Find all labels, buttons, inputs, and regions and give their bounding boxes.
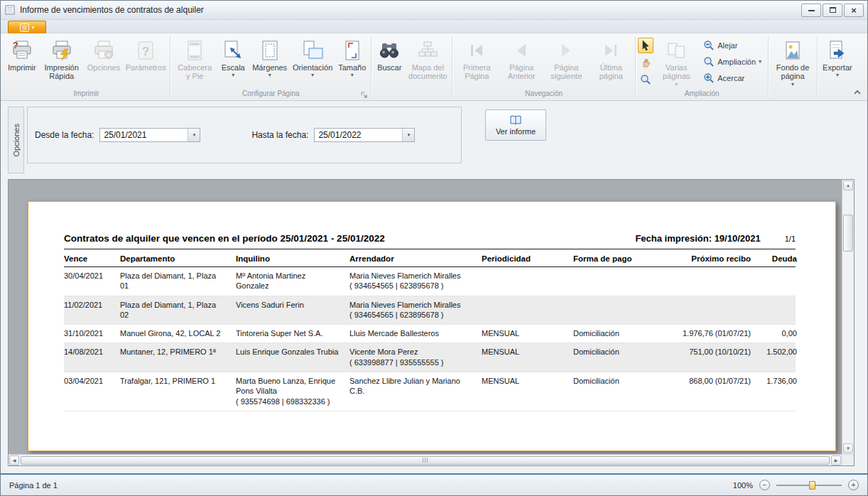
scale-icon: [222, 39, 244, 62]
chevron-down-icon: ▾: [791, 82, 794, 87]
ribbon-group-fondo: Fondo de página ▾: [769, 35, 816, 100]
cell-proximo-recibo: 751,00 (10/10/21): [666, 347, 751, 367]
hand-tool-button[interactable]: [638, 55, 653, 70]
scroll-up-button[interactable]: ▲: [843, 180, 853, 190]
ribbon-group-documento: Buscar Mapa del documento: [372, 35, 451, 100]
cell-arrendador: Sanchez Llibre Julian y Mariano C.B.: [349, 376, 482, 406]
quick-print-icon: [50, 39, 73, 62]
report-page-indicator: 1/1: [785, 234, 796, 243]
horizontal-scroll-thumb[interactable]: [21, 456, 830, 465]
to-date-combo[interactable]: 25/01/2022 ▾: [314, 128, 415, 142]
cell-proximo-recibo: [666, 300, 751, 320]
search-button[interactable]: Buscar: [374, 36, 405, 73]
orientation-button[interactable]: Orientación ▾: [291, 36, 335, 80]
ribbon-group-navegacion: Primera Página Página Anterior Página si…: [453, 35, 634, 100]
maximize-button[interactable]: [823, 4, 842, 17]
cell-vence: 31/10/2021: [64, 328, 120, 338]
vertical-scroll-thumb[interactable]: [843, 215, 853, 252]
cell-proximo-recibo: 1.976,76 (01/07/21): [666, 328, 751, 338]
zoom-out-status-button[interactable]: −: [759, 480, 770, 490]
cell-forma-pago: Domiciliación: [573, 347, 666, 367]
group-caption-fondo: [769, 90, 816, 100]
page-background-icon: [781, 39, 804, 62]
ribbon-group-imprimir: ? Imprimir Impresión Rápida Opciones ? P…: [4, 35, 169, 100]
cell-periodicidad: MENSUAL: [482, 376, 573, 406]
print-options-label: Opciones: [87, 63, 120, 72]
header-footer-icon: [183, 39, 206, 62]
group-caption-navegacion: Navegación: [453, 90, 634, 100]
cell-vence: 30/04/2021: [64, 271, 120, 291]
ribbon-tab-row: ▾: [1, 20, 867, 33]
to-date-label: Hasta la fecha:: [251, 130, 308, 140]
export-button[interactable]: Exportar ▾: [820, 36, 855, 80]
scroll-down-button[interactable]: ▼: [843, 443, 853, 453]
print-icon: ?: [11, 39, 33, 62]
svg-text:?: ?: [13, 40, 18, 50]
chevron-up-icon: [852, 87, 862, 97]
scroll-left-button[interactable]: ◀: [9, 455, 19, 465]
zoom-slider-thumb[interactable]: [809, 481, 815, 490]
options-tab[interactable]: Opciones: [8, 107, 24, 173]
last-page-label: Última página: [592, 63, 630, 81]
page-background-button[interactable]: Fondo de página ▾: [771, 36, 815, 89]
zoom-in-button[interactable]: Acercar: [699, 70, 766, 85]
report-page: Contratos de alquiler que vencen en el p…: [28, 201, 836, 451]
group-separator: [817, 37, 818, 98]
col-header-proximo-recibo: Próximo recibo: [666, 254, 751, 263]
parameters-icon: ?: [134, 39, 157, 62]
scale-button[interactable]: Escala ▾: [217, 36, 249, 80]
magnifier-tool-button[interactable]: [638, 72, 653, 87]
pointer-icon: [640, 40, 651, 51]
minimize-button[interactable]: [801, 4, 821, 17]
close-button[interactable]: ×: [844, 4, 864, 17]
from-date-combo[interactable]: 25/01/2021 ▾: [99, 128, 200, 142]
margins-button[interactable]: Márgenes ▾: [249, 36, 290, 80]
first-page-button: Primera Página: [455, 36, 499, 82]
pointer-tool-button[interactable]: [638, 38, 653, 53]
zoom-buttons-column: Alejar Ampliación ▾ Acercar: [699, 36, 766, 85]
hand-icon: [640, 57, 651, 68]
chevron-down-icon[interactable]: ▾: [188, 129, 200, 141]
margins-icon: [259, 39, 281, 62]
horizontal-scrollbar[interactable]: ◀ ▶: [9, 454, 842, 465]
print-label: Imprimir: [8, 63, 36, 72]
application-menu-button[interactable]: ▾: [8, 21, 46, 33]
collapse-ribbon-button[interactable]: [851, 87, 863, 97]
print-button[interactable]: ? Imprimir: [5, 36, 39, 73]
scrollbar-corner: [842, 454, 854, 465]
options-tab-label: Opciones: [12, 124, 21, 156]
title-bar: Informe de vencimientos de contratos de …: [1, 1, 867, 20]
group-separator: [635, 37, 636, 98]
zoom-in-status-button[interactable]: +: [848, 480, 859, 490]
scroll-right-button[interactable]: ▶: [831, 455, 841, 465]
minimize-icon: [808, 6, 815, 11]
app-window: Informe de vencimientos de contratos de …: [0, 0, 868, 496]
cell-periodicidad: [482, 300, 573, 320]
multiple-pages-button: Varias páginas ▾: [654, 36, 698, 89]
ribbon: ? Imprimir Impresión Rápida Opciones ? P…: [1, 33, 867, 101]
zoom-dropdown-button[interactable]: Ampliación ▾: [699, 54, 766, 69]
cell-periodicidad: MENSUAL: [482, 347, 573, 367]
cell-arrendador: Lluis Mercade Ballesteros: [349, 328, 482, 338]
chevron-down-icon[interactable]: ▾: [402, 129, 414, 141]
zoom-slider[interactable]: [776, 480, 842, 490]
view-report-button[interactable]: Ver informe: [485, 109, 546, 141]
col-header-periodicidad: Periodicidad: [482, 254, 573, 263]
document-map-icon: [416, 39, 439, 62]
group-separator: [170, 37, 170, 98]
cell-proximo-recibo: [666, 271, 751, 291]
date-filter-box: Desde la fecha: 25/01/2021 ▾ Hasta la fe…: [27, 107, 462, 163]
report-header: Contratos de alquiler que vencen en el p…: [64, 233, 796, 249]
col-header-departamento: Departamento: [120, 254, 236, 263]
dialog-launcher-button[interactable]: [360, 91, 369, 99]
cell-vence: 14/08/2021: [64, 347, 120, 367]
cell-arrendador: Vicente Mora Perez ( 633998877 | 9355555…: [349, 347, 482, 367]
size-button[interactable]: Tamaño ▾: [335, 36, 369, 80]
menu-lines-icon: [20, 23, 29, 32]
vertical-scrollbar[interactable]: ▲ ▼: [842, 180, 854, 454]
to-date-value: 25/01/2022: [315, 129, 402, 141]
cell-deuda: 0,00: [751, 328, 797, 338]
quick-print-button[interactable]: Impresión Rápida: [40, 36, 84, 82]
zoom-out-button[interactable]: Alejar: [699, 38, 766, 53]
group-caption-ampliacion: Ampliación: [636, 90, 767, 100]
